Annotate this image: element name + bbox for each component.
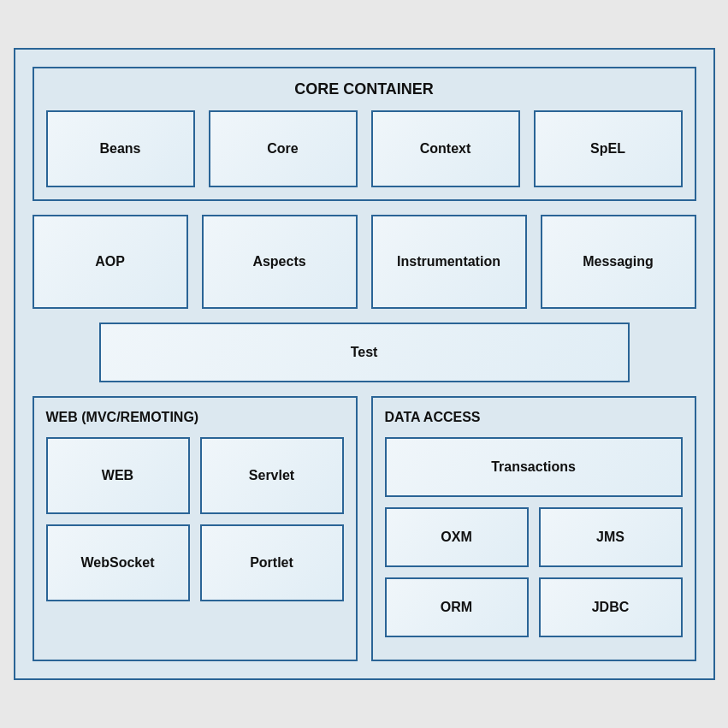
middle-row: AOP Aspects Instrumentation Messaging bbox=[33, 215, 696, 309]
test-box: Test bbox=[99, 323, 630, 382]
web-item-websocket: WebSocket bbox=[46, 524, 190, 601]
core-item-context: Context bbox=[371, 110, 520, 187]
core-container-title: CORE CONTAINER bbox=[46, 80, 683, 98]
data-item-jdbc: JDBC bbox=[539, 577, 683, 637]
middle-item-messaging: Messaging bbox=[541, 215, 696, 309]
core-items-row: Beans Core Context SpEL bbox=[46, 110, 683, 187]
core-item-core: Core bbox=[209, 110, 358, 187]
data-item-oxm: OXM bbox=[385, 507, 529, 567]
web-section: WEB (MVC/REMOTING) WEB Servlet WebSocket… bbox=[33, 396, 358, 661]
main-diagram: CORE CONTAINER Beans Core Context SpEL A… bbox=[14, 48, 715, 680]
web-section-title: WEB (MVC/REMOTING) bbox=[46, 410, 344, 425]
web-grid: WEB Servlet WebSocket Portlet bbox=[46, 437, 344, 601]
data-section: DATA ACCESS Transactions OXM JMS ORM JDB… bbox=[371, 396, 696, 661]
data-item-transactions: Transactions bbox=[385, 437, 683, 497]
data-item-orm: ORM bbox=[385, 577, 529, 637]
middle-item-aspects: Aspects bbox=[202, 215, 358, 309]
data-row-1: OXM JMS bbox=[385, 507, 683, 567]
test-row: Test bbox=[33, 323, 696, 382]
core-item-spel: SpEL bbox=[534, 110, 683, 187]
core-container-section: CORE CONTAINER Beans Core Context SpEL bbox=[33, 67, 696, 201]
data-row-2: ORM JDBC bbox=[385, 577, 683, 637]
web-item-portlet: Portlet bbox=[200, 524, 344, 601]
middle-item-instrumentation: Instrumentation bbox=[371, 215, 527, 309]
web-item-web: WEB bbox=[46, 437, 190, 514]
web-item-servlet: Servlet bbox=[200, 437, 344, 514]
bottom-row: WEB (MVC/REMOTING) WEB Servlet WebSocket… bbox=[33, 396, 696, 661]
middle-item-aop: AOP bbox=[33, 215, 188, 309]
core-item-beans: Beans bbox=[46, 110, 195, 187]
data-item-jms: JMS bbox=[539, 507, 683, 567]
data-section-title: DATA ACCESS bbox=[385, 410, 683, 425]
